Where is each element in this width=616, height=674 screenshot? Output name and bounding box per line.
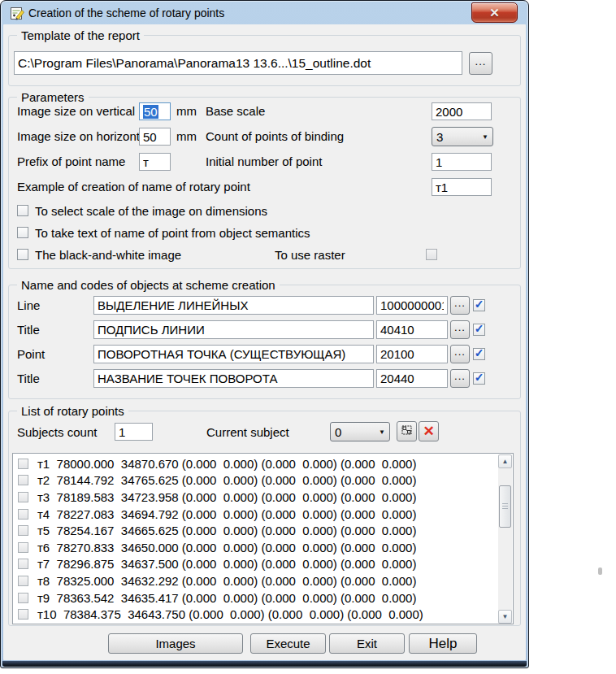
- close-button[interactable]: ✕: [471, 2, 518, 23]
- row-checkbox[interactable]: [18, 475, 28, 485]
- rotary-points-list[interactable]: т1 78000.000 34870.670 (0.000 0.000) (0.…: [12, 453, 514, 624]
- row-text: т5 78254.167 34665.625 (0.000 0.000) (0.…: [37, 524, 416, 537]
- subjects-count-label: Subjects count: [17, 425, 97, 439]
- row-text: т9 78363.542 34635.417 (0.000 0.000) (0.…: [37, 591, 416, 605]
- select-scale-checkbox-label: To select scale of the image on dimensio…: [35, 204, 267, 218]
- list-item[interactable]: т3 78189.583 34723.958 (0.000 0.000) (0.…: [13, 489, 513, 506]
- group-name-and-codes-label: Name and codes of objects at scheme crea…: [17, 278, 280, 292]
- row-checkbox[interactable]: [18, 559, 28, 569]
- row-checkbox[interactable]: [18, 525, 28, 536]
- row-text: т4 78227.083 34694.792 (0.000 0.000) (0.…: [37, 507, 416, 521]
- image-horizontal-unit: mm: [176, 129, 197, 143]
- row-checkbox[interactable]: [18, 576, 28, 586]
- list-item[interactable]: т5 78254.167 34665.625 (0.000 0.000) (0.…: [13, 522, 513, 539]
- line-browse-button[interactable]: ...: [450, 296, 470, 315]
- code-row-label: Title: [17, 323, 40, 337]
- row-text: т3 78189.583 34723.958 (0.000 0.000) (0.…: [37, 490, 416, 504]
- scrollbar-thumb[interactable]: [499, 485, 511, 528]
- scroll-down-button[interactable]: ▼: [498, 610, 512, 624]
- black-and-white-checkbox[interactable]: [17, 249, 28, 260]
- base-scale-label: Base scale: [206, 104, 265, 118]
- prefix-input[interactable]: [139, 153, 171, 171]
- subjects-count-input[interactable]: [115, 423, 153, 441]
- list-item[interactable]: т7 78296.875 34637.500 (0.000 0.000) (0.…: [13, 556, 513, 573]
- current-subject-dropdown[interactable]: 0 ▼: [330, 422, 390, 441]
- template-browse-button[interactable]: ...: [469, 52, 492, 75]
- point-code-input[interactable]: [376, 345, 448, 363]
- take-text-checkbox[interactable]: [17, 227, 28, 238]
- example-input[interactable]: [432, 178, 492, 196]
- row-checkbox[interactable]: [18, 509, 28, 520]
- help-button[interactable]: Help: [409, 633, 477, 654]
- prefix-label: Prefix of point name: [17, 154, 125, 168]
- title1-enabled-checkbox[interactable]: ✓: [473, 324, 485, 336]
- title2-browse-button[interactable]: ...: [450, 369, 470, 388]
- line-code-input[interactable]: [376, 296, 448, 315]
- image-vertical-unit: mm: [176, 104, 197, 118]
- check-icon: ✓: [475, 298, 484, 310]
- titlebar[interactable]: Creation of the scheme of rotary points: [3, 3, 526, 24]
- code-row-label: Line: [17, 298, 40, 312]
- execute-button[interactable]: Execute: [250, 633, 326, 654]
- title2-code-input[interactable]: [376, 369, 448, 388]
- list-item[interactable]: т1 78000.000 34870.670 (0.000 0.000) (0.…: [13, 455, 513, 472]
- code-row-label: Point: [17, 347, 45, 361]
- delete-subject-button[interactable]: ✕: [419, 421, 439, 441]
- title1-code-input[interactable]: [376, 320, 448, 339]
- binding-points-dropdown[interactable]: 3 ▼: [432, 127, 493, 146]
- row-checkbox[interactable]: [18, 459, 28, 469]
- row-checkbox[interactable]: [18, 609, 28, 620]
- title1-browse-button[interactable]: ...: [450, 320, 470, 339]
- row-checkbox[interactable]: [18, 492, 28, 502]
- scroll-down-icon: ▼: [502, 614, 509, 620]
- row-text: т1 78000.000 34870.670 (0.000 0.000) (0.…: [37, 457, 416, 471]
- subject-image-button[interactable]: [397, 421, 417, 441]
- initial-number-input[interactable]: [432, 153, 492, 171]
- window-title: Creation of the scheme of rotary points: [28, 7, 224, 20]
- scrollbar[interactable]: ▲ ▼: [498, 454, 512, 624]
- check-icon: ✓: [475, 323, 484, 334]
- chevron-down-icon: ▼: [482, 133, 488, 141]
- row-text: т7 78296.875 34637.500 (0.000 0.000) (0.…: [37, 557, 416, 571]
- list-item[interactable]: т8 78325.000 34632.292 (0.000 0.000) (0.…: [13, 572, 513, 589]
- row-checkbox[interactable]: [18, 542, 28, 553]
- use-raster-checkbox[interactable]: [426, 249, 437, 260]
- scroll-up-button[interactable]: ▲: [498, 454, 512, 468]
- image-vertical-input[interactable]: 50: [139, 102, 171, 120]
- list-item[interactable]: т4 78227.083 34694.792 (0.000 0.000) (0.…: [13, 506, 513, 523]
- code-row-label: Title: [17, 372, 40, 385]
- title2-enabled-checkbox[interactable]: ✓: [473, 372, 485, 385]
- delete-icon: ✕: [423, 423, 434, 440]
- image-horizontal-label: Image size on horizontal: [17, 129, 150, 143]
- point-name-input[interactable]: [93, 345, 374, 363]
- select-scale-checkbox[interactable]: [17, 205, 28, 216]
- point-browse-button[interactable]: ...: [450, 345, 470, 363]
- list-item[interactable]: т10 78384.375 34643.750 (0.000 0.000) (0…: [13, 606, 513, 623]
- point-enabled-checkbox[interactable]: ✓: [473, 348, 485, 360]
- line-enabled-checkbox[interactable]: ✓: [473, 299, 485, 311]
- scroll-up-icon: ▲: [502, 459, 509, 465]
- base-scale-input[interactable]: [432, 102, 492, 120]
- line-name-input[interactable]: [93, 296, 374, 315]
- group-template-of-report: Template of the report ...: [8, 35, 521, 86]
- group-name-and-codes: Name and codes of objects at scheme crea…: [8, 285, 521, 399]
- exit-button[interactable]: Exit: [329, 633, 405, 654]
- list-item[interactable]: т2 78144.792 34765.625 (0.000 0.000) (0.…: [13, 472, 513, 489]
- initial-number-label: Initial number of point: [206, 154, 322, 168]
- check-icon: ✓: [475, 347, 484, 359]
- title1-name-input[interactable]: [93, 320, 374, 339]
- row-checkbox[interactable]: [18, 593, 28, 603]
- list-item[interactable]: т6 78270.833 34650.000 (0.000 0.000) (0.…: [13, 539, 513, 556]
- template-path-input[interactable]: [14, 51, 462, 75]
- row-text: т6 78270.833 34650.000 (0.000 0.000) (0.…: [37, 541, 416, 554]
- current-subject-label: Current subject: [206, 425, 289, 439]
- dialog-client-area: Template of the report ... Parameters Im…: [3, 24, 526, 660]
- dialog-window: Creation of the scheme of rotary points …: [0, 0, 529, 668]
- images-button[interactable]: Images: [108, 633, 243, 654]
- image-horizontal-input[interactable]: [139, 128, 171, 146]
- title2-name-input[interactable]: [93, 369, 374, 388]
- row-text: т10 78384.375 34643.750 (0.000 0.000) (0…: [37, 607, 423, 621]
- image-vertical-value: 50: [143, 105, 158, 119]
- image-vertical-label: Image size on vertical: [17, 104, 135, 118]
- list-item[interactable]: т9 78363.542 34635.417 (0.000 0.000) (0.…: [13, 589, 513, 607]
